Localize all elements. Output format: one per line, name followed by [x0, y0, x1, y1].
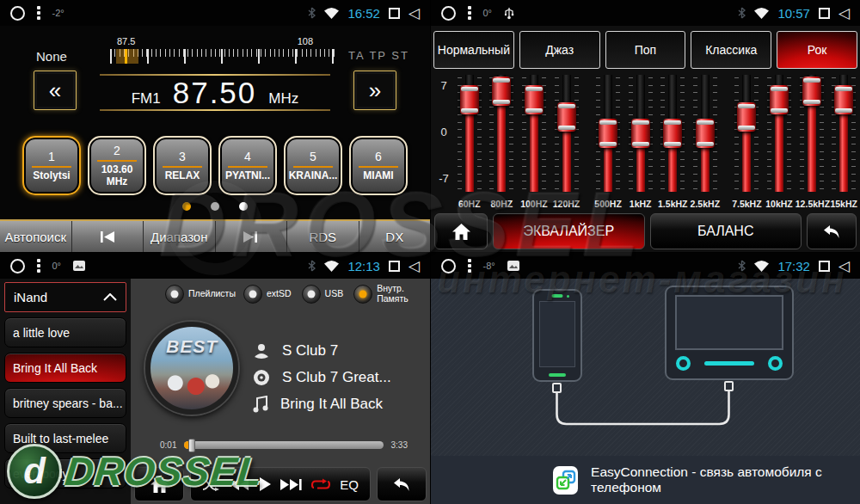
radio-preset-5[interactable]: 5 KRAINA...: [284, 136, 342, 195]
player-screen: 0° 12:13 ◁ iNand a little loveBring It A…: [0, 252, 430, 504]
playlist-item[interactable]: britney spears - ba...: [4, 388, 126, 418]
screenshot-grid: -2° 16:52 ◁ None 87.5 108 TA TP ST FM187…: [0, 0, 860, 504]
radio-preset-2[interactable]: 2 103.60 MHz: [88, 136, 146, 195]
home-circle-icon[interactable]: [441, 6, 456, 21]
progress-row: 0:01 3:33: [160, 440, 408, 450]
menu-dots-icon[interactable]: [37, 6, 40, 20]
back-icon[interactable]: ◁: [408, 6, 420, 21]
equalizer-tab-button[interactable]: ЭКВАЛАЙЗЕР: [493, 213, 645, 249]
radio-preset-3[interactable]: 3 RELAX: [153, 136, 212, 195]
source-tab-внутр-память[interactable]: Внутр. Память: [353, 284, 421, 304]
slider-handle[interactable]: [737, 102, 756, 132]
slider-handle[interactable]: [631, 119, 650, 148]
eq-button[interactable]: EQ: [340, 477, 359, 492]
slider-track[interactable]: [839, 75, 848, 192]
slider-track[interactable]: [497, 75, 506, 192]
slider-handle[interactable]: [696, 119, 715, 148]
slider-handle[interactable]: [770, 85, 789, 114]
slider-handle[interactable]: [599, 119, 617, 148]
return-button[interactable]: [377, 467, 427, 501]
slider-ticks: [734, 77, 739, 190]
recents-icon[interactable]: [819, 261, 830, 272]
source-tab-usb[interactable]: USB: [302, 285, 344, 304]
prev-track-button[interactable]: [230, 478, 249, 491]
slider-handle[interactable]: [834, 85, 853, 114]
slider-track[interactable]: [668, 75, 677, 192]
slider-track[interactable]: [636, 75, 645, 192]
slider-handle[interactable]: [492, 77, 511, 106]
source-label: USB: [325, 289, 344, 299]
rds-button[interactable]: RDS: [287, 221, 359, 252]
slider-track[interactable]: [742, 75, 751, 192]
page-dot-1[interactable]: [182, 202, 191, 211]
clock-label: 12:13: [347, 259, 380, 274]
wifi-icon: [754, 261, 769, 272]
playlist-item[interactable]: a little love: [4, 317, 126, 347]
back-icon[interactable]: ◁: [838, 6, 850, 21]
recents-icon[interactable]: [389, 8, 400, 19]
eq-preset-jazz[interactable]: Джаз: [519, 31, 600, 69]
slider-handle[interactable]: [525, 85, 544, 114]
radio-preset-4[interactable]: 4 PYATNI...: [218, 136, 277, 195]
slider-track[interactable]: [562, 75, 571, 192]
eq-preset-pop[interactable]: Поп: [605, 31, 686, 69]
radio-preset-6[interactable]: 6 MIAMI: [349, 136, 408, 195]
slider-track[interactable]: [465, 75, 474, 192]
easyconnection-app-icon[interactable]: [553, 466, 578, 495]
page-dot-2[interactable]: [211, 202, 219, 211]
seek-up-button[interactable]: »: [353, 71, 396, 110]
slider-track[interactable]: [604, 75, 612, 192]
next-station-button[interactable]: [216, 221, 288, 252]
home-button[interactable]: [434, 213, 488, 249]
repeat-button[interactable]: [310, 478, 331, 491]
dx-button[interactable]: DX: [359, 221, 431, 252]
playlist-folder-dropdown[interactable]: iNand: [4, 282, 126, 312]
scale-zero-label: 0: [434, 126, 453, 138]
radio-preset-1[interactable]: 1 Stolytsi: [22, 136, 81, 195]
seek-down-button[interactable]: «: [34, 71, 77, 110]
slider-handle[interactable]: [663, 119, 682, 148]
autosearch-button[interactable]: Автопоиск: [0, 221, 72, 252]
eq-preset-normal[interactable]: Нормальный: [433, 31, 514, 69]
playlist-item[interactable]: everybody: [4, 458, 126, 489]
prev-station-button[interactable]: [72, 221, 144, 252]
page-dot-3[interactable]: [239, 202, 248, 211]
back-icon[interactable]: ◁: [408, 259, 420, 274]
home-circle-icon[interactable]: [441, 259, 456, 274]
source-tab-extsd[interactable]: extSD: [243, 285, 292, 304]
slider-handle[interactable]: [557, 102, 576, 132]
eq-preset-rock[interactable]: Рок: [777, 31, 857, 69]
source-tab-плейлисты[interactable]: Плейлисты: [165, 285, 233, 304]
slider-handle[interactable]: [802, 77, 821, 106]
preset-name: Stolytsi: [33, 170, 70, 181]
band-button[interactable]: Диапазон: [144, 221, 216, 252]
playlist-item[interactable]: Built to last-melee: [4, 423, 126, 453]
home-button[interactable]: [134, 467, 184, 501]
menu-dots-icon[interactable]: [468, 6, 471, 20]
eq-preset-classic[interactable]: Классика: [691, 31, 771, 69]
slider-handle[interactable]: [460, 85, 479, 114]
slider-track[interactable]: [775, 75, 783, 192]
band-frequency-label: 15kHZ: [827, 199, 860, 209]
progress-slider[interactable]: [184, 441, 383, 449]
playlist-item[interactable]: Bring It All Back: [4, 353, 126, 383]
recents-icon[interactable]: [389, 261, 400, 272]
back-icon[interactable]: ◁: [838, 259, 850, 274]
slider-track[interactable]: [808, 75, 816, 192]
home-circle-icon[interactable]: [10, 259, 25, 274]
balance-tab-button[interactable]: БАЛАНС: [650, 213, 802, 249]
next-track-button[interactable]: [280, 478, 302, 491]
recents-icon[interactable]: [819, 8, 830, 19]
play-button[interactable]: [259, 477, 271, 491]
slider-track[interactable]: [530, 75, 538, 192]
progress-handle[interactable]: [188, 439, 195, 452]
wifi-icon: [324, 261, 339, 272]
home-circle-icon[interactable]: [10, 6, 25, 21]
return-icon: [823, 224, 840, 239]
return-button[interactable]: [807, 213, 857, 249]
slider-track[interactable]: [701, 75, 710, 192]
total-time-label: 3:33: [391, 440, 408, 450]
menu-dots-icon[interactable]: [468, 259, 471, 273]
menu-dots-icon[interactable]: [37, 259, 40, 273]
shuffle-button[interactable]: [202, 478, 221, 491]
